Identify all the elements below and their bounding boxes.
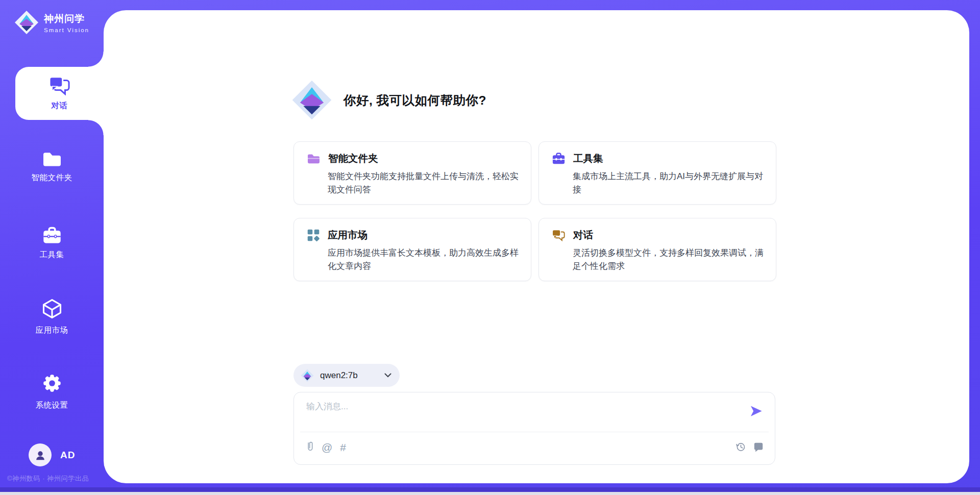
card-title: 智能文件夹	[328, 152, 378, 165]
tab-scoop-top	[88, 52, 104, 67]
model-selector[interactable]: qwen2:7b	[293, 364, 400, 387]
card-title: 工具集	[573, 152, 603, 165]
mention-icon[interactable]: @	[322, 442, 332, 453]
brand-tagline: Smart Vision	[44, 27, 89, 33]
briefcase-icon	[42, 226, 62, 244]
card-app-market[interactable]: 应用市场 应用市场提供丰富长文本模板，助力高效生成多样化文章内容	[293, 218, 531, 281]
person-icon	[34, 449, 47, 462]
sidebar-item-label: 智能文件夹	[32, 172, 72, 183]
tab-scoop-bottom	[88, 120, 104, 135]
greeting-block: 你好, 我可以如何帮助你?	[291, 80, 486, 120]
composer-divider	[300, 432, 769, 432]
window-bottom-edge	[0, 487, 980, 492]
main-content-panel: 你好, 我可以如何帮助你? 智能文件夹 智能文件夹功能支持批量文件上传与清洗，轻…	[104, 10, 969, 483]
sidebar: 神州问学 Smart Vision 对话 智能文件夹 工具集	[0, 0, 104, 495]
model-name: qwen2:7b	[320, 370, 378, 381]
apps-icon	[307, 229, 320, 242]
history-icon[interactable]	[735, 441, 746, 453]
gear-icon	[40, 372, 64, 395]
hashtag-icon[interactable]: #	[340, 442, 346, 453]
sidebar-item-label: 工具集	[40, 250, 64, 260]
greeting-title: 你好, 我可以如何帮助你?	[344, 92, 486, 109]
chevron-down-icon	[384, 373, 391, 378]
sidebar-item-label: 系统设置	[36, 400, 68, 411]
sidebar-item-chat[interactable]: 对话	[15, 67, 104, 120]
card-description: 应用市场提供丰富长文本模板，助力高效生成多样化文章内容	[328, 246, 520, 273]
brand-diamond-icon	[14, 10, 39, 35]
avatar	[29, 443, 52, 466]
composer-toolbar-right	[735, 440, 764, 454]
message-composer: @ #	[293, 392, 775, 465]
brand-name: 神州问学	[44, 12, 89, 26]
attach-file-icon[interactable]	[306, 440, 314, 454]
card-chat[interactable]: 对话 灵活切换多模型文件，支持多样回复效果调试，满足个性化需求	[538, 218, 776, 281]
brand-diamond-icon	[301, 369, 314, 382]
card-description: 智能文件夹功能支持批量文件上传与清洗，轻松实现文件问答	[328, 170, 520, 196]
sidebar-item-settings[interactable]: 系统设置	[0, 372, 104, 411]
sidebar-item-app-market[interactable]: 应用市场	[0, 298, 104, 336]
sidebar-item-toolset[interactable]: 工具集	[0, 226, 104, 260]
sidebar-item-label: 应用市场	[36, 325, 68, 336]
chat-icon	[48, 76, 71, 95]
feature-cards: 智能文件夹 智能文件夹功能支持批量文件上传与清洗，轻松实现文件问答 工具集 集成…	[293, 141, 776, 281]
card-description: 灵活切换多模型文件，支持多样回复效果调试，满足个性化需求	[573, 246, 765, 273]
copyright-text: ©神州数码 · 神州问学出品	[7, 474, 89, 483]
user-account[interactable]: AD	[29, 443, 75, 466]
composer-toolbar-left: @ #	[306, 439, 346, 455]
cube-icon	[41, 298, 63, 320]
message-bubble-icon[interactable]	[753, 442, 764, 452]
briefcase-icon	[552, 152, 566, 165]
card-smart-folder[interactable]: 智能文件夹 智能文件夹功能支持批量文件上传与清洗，轻松实现文件问答	[293, 141, 531, 205]
card-toolset[interactable]: 工具集 集成市场上主流工具，助力AI与外界无缝扩展与对接	[538, 141, 776, 205]
app-root: { "brand": { "name": "神州问学", "tagline": …	[0, 0, 980, 495]
card-title: 对话	[573, 228, 593, 242]
folder-icon	[307, 153, 321, 164]
user-initials: AD	[60, 450, 75, 461]
sidebar-item-smart-folder[interactable]: 智能文件夹	[0, 150, 104, 183]
sidebar-item-label: 对话	[52, 101, 68, 111]
folder-icon	[41, 150, 63, 167]
brand-diamond-icon	[291, 80, 332, 120]
send-button[interactable]	[749, 404, 764, 418]
chat-icon	[552, 229, 566, 241]
brand-logo: 神州问学 Smart Vision	[14, 10, 89, 35]
card-title: 应用市场	[328, 228, 368, 242]
card-description: 集成市场上主流工具，助力AI与外界无缝扩展与对接	[573, 170, 765, 196]
window-bottom-strip	[0, 492, 980, 495]
message-input[interactable]	[306, 401, 745, 427]
